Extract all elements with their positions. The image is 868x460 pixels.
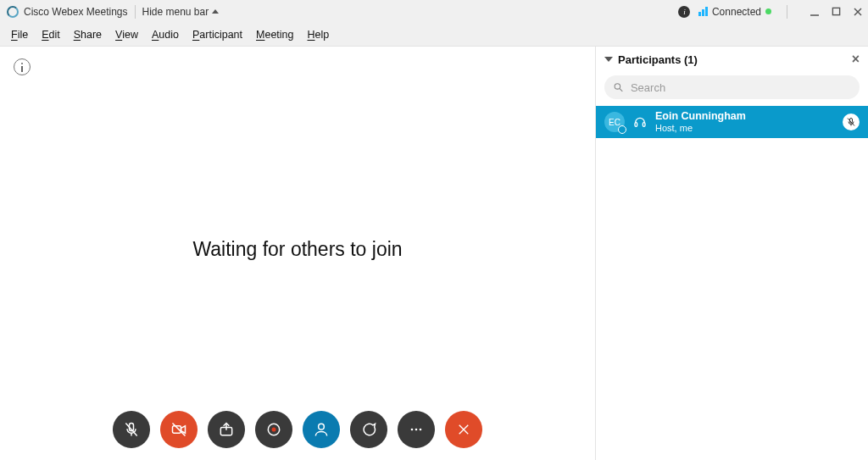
menu-meeting[interactable]: Meeting (250, 26, 299, 43)
connection-label: Connected (712, 6, 761, 18)
chat-button[interactable] (350, 411, 387, 448)
window-close-button[interactable] (853, 7, 863, 17)
connection-indicator[interactable]: Connected (698, 6, 771, 18)
end-meeting-button[interactable] (445, 411, 482, 448)
mic-muted-icon (846, 117, 856, 127)
participants-search[interactable] (604, 75, 860, 99)
menu-participant[interactable]: Participant (186, 26, 248, 43)
record-button[interactable] (255, 411, 292, 448)
menu-share[interactable]: Share (68, 26, 108, 43)
svg-point-13 (319, 424, 325, 430)
more-options-button[interactable] (398, 411, 435, 448)
window-minimize-button[interactable] (810, 7, 820, 17)
close-panel-button[interactable]: × (852, 53, 860, 66)
svg-point-12 (272, 428, 276, 432)
window-maximize-button[interactable] (832, 7, 841, 16)
avatar-initials: EC (609, 118, 620, 127)
divider (135, 5, 136, 19)
app-title: Cisco Webex Meetings (24, 6, 128, 18)
participants-panel: Participants (1) × EC Eoin Cunningham Ho… (595, 47, 868, 460)
divider (787, 5, 787, 19)
meeting-info-button[interactable] (14, 58, 31, 75)
svg-line-9 (173, 424, 186, 436)
participants-search-input[interactable] (631, 81, 851, 94)
participants-button[interactable] (303, 411, 340, 448)
info-badge-icon[interactable]: i (678, 6, 690, 18)
waiting-message: Waiting for others to join (192, 238, 402, 261)
hide-menu-bar-button[interactable]: Hide menu bar (142, 6, 220, 18)
mute-mic-button[interactable] (113, 411, 150, 448)
meeting-controls (113, 411, 482, 448)
headset-icon (633, 115, 647, 129)
menu-bar: File Edit Share View Audio Participant M… (0, 23, 868, 47)
svg-line-20 (620, 89, 622, 91)
menu-view[interactable]: View (109, 26, 144, 43)
menu-help[interactable]: Help (302, 26, 336, 43)
svg-point-15 (415, 429, 418, 431)
status-dot-icon (765, 8, 771, 14)
share-content-button[interactable] (208, 411, 245, 448)
participants-title: Participants (1) (618, 53, 698, 66)
svg-rect-21 (635, 123, 637, 127)
svg-point-16 (420, 429, 422, 431)
chevron-up-icon (212, 9, 219, 14)
participant-mic-button[interactable] (843, 114, 860, 130)
hide-menu-bar-label: Hide menu bar (142, 6, 209, 18)
chevron-down-icon (604, 57, 613, 62)
svg-point-19 (615, 84, 620, 89)
signal-bars-icon (698, 7, 708, 16)
participant-role: Host, me (655, 123, 746, 133)
svg-point-14 (411, 429, 414, 431)
avatar: EC (604, 112, 625, 132)
stop-video-button[interactable] (160, 411, 198, 448)
menu-file[interactable]: File (5, 26, 34, 43)
webex-logo-icon (7, 6, 19, 18)
title-bar: Cisco Webex Meetings Hide menu bar i Con… (0, 0, 868, 23)
participants-panel-header[interactable]: Participants (1) × (596, 47, 868, 72)
presence-dot-icon (618, 125, 626, 134)
menu-edit[interactable]: Edit (36, 26, 66, 43)
menu-audio[interactable]: Audio (146, 26, 185, 43)
meeting-stage: Waiting for others to join (0, 47, 595, 460)
svg-rect-22 (643, 123, 645, 127)
participant-row[interactable]: EC Eoin Cunningham Host, me (596, 106, 868, 138)
search-icon (613, 81, 624, 93)
participant-name: Eoin Cunningham (655, 111, 746, 123)
svg-rect-1 (832, 8, 839, 14)
